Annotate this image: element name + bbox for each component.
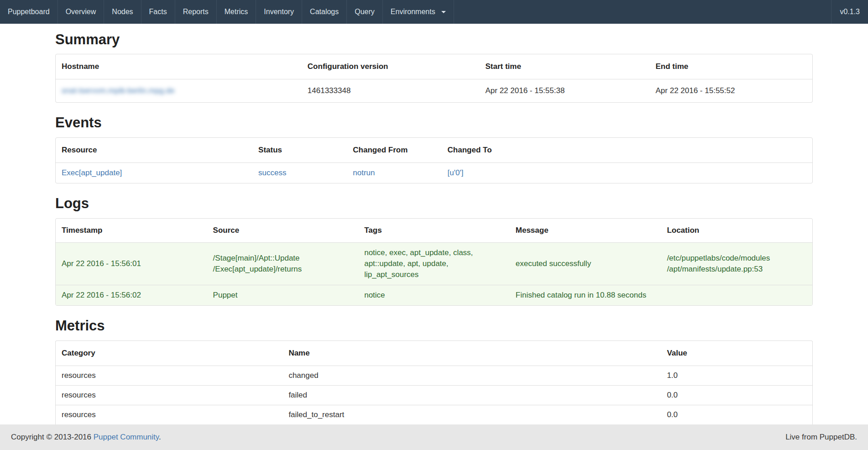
report-page: Summary Hostname Configuration version S… bbox=[0, 31, 868, 429]
logs-heading: Logs bbox=[55, 195, 813, 212]
metrics-header-row: Category Name Value bbox=[56, 341, 812, 366]
metric-name: changed bbox=[282, 366, 661, 386]
caret-down-icon bbox=[441, 11, 446, 13]
events-col-changed-to: Changed To bbox=[442, 138, 812, 163]
end-time-value: Apr 22 2016 - 15:55:52 bbox=[650, 79, 812, 103]
hostname-link-redacted[interactable]: snat-tservvm.mpib-berlin.mpg.de bbox=[62, 86, 175, 95]
app-version-badge: v0.1.3 bbox=[831, 0, 868, 24]
log-tags: notice bbox=[358, 285, 510, 306]
summary-col-end-time: End time bbox=[650, 54, 812, 79]
logs-table: Timestamp Source Tags Message Location A… bbox=[56, 219, 812, 305]
metric-value: 0.0 bbox=[661, 405, 812, 425]
event-row: Exec[apt_update] success notrun [u'0'] bbox=[56, 163, 812, 183]
logs-col-tags: Tags bbox=[358, 219, 510, 243]
events-heading: Events bbox=[55, 115, 813, 131]
events-table-frame: Resource Status Changed From Changed To … bbox=[55, 137, 813, 183]
log-source: /Stage[main]/Apt::Update /Exec[apt_updat… bbox=[207, 243, 359, 285]
summary-col-config-version: Configuration version bbox=[302, 54, 480, 79]
events-header-row: Resource Status Changed From Changed To bbox=[56, 138, 812, 163]
logs-col-location: Location bbox=[661, 219, 812, 243]
metrics-table-frame: Category Name Value resources changed 1.… bbox=[55, 340, 813, 429]
summary-table-frame: Hostname Configuration version Start tim… bbox=[55, 54, 813, 103]
puppet-community-link[interactable]: Puppet Community bbox=[94, 433, 159, 441]
footer-status-text: Live from PuppetDB. bbox=[785, 433, 857, 442]
log-location bbox=[661, 285, 812, 306]
summary-heading: Summary bbox=[55, 31, 813, 48]
log-message: executed successfully bbox=[510, 243, 661, 285]
events-col-changed-from: Changed From bbox=[347, 138, 441, 163]
metric-row: resources failed_to_restart 0.0 bbox=[56, 405, 812, 425]
nav-item-query[interactable]: Query bbox=[347, 0, 383, 24]
log-timestamp: Apr 22 2016 - 15:56:02 bbox=[56, 285, 207, 306]
summary-table: Hostname Configuration version Start tim… bbox=[56, 54, 812, 102]
environments-label: Environments bbox=[391, 8, 435, 16]
navbar-spacer bbox=[454, 0, 831, 24]
nav-item-inventory[interactable]: Inventory bbox=[256, 0, 302, 24]
config-version-value: 1461333348 bbox=[302, 79, 480, 103]
log-location: /etc/puppetlabs/code/modules /apt/manife… bbox=[661, 243, 812, 285]
logs-col-source: Source bbox=[207, 219, 359, 243]
metric-value: 0.0 bbox=[661, 386, 812, 405]
metrics-col-name: Name bbox=[282, 341, 661, 366]
events-col-resource: Resource bbox=[56, 138, 252, 163]
logs-col-message: Message bbox=[510, 219, 661, 243]
log-timestamp: Apr 22 2016 - 15:56:01 bbox=[56, 243, 207, 285]
logs-header-row: Timestamp Source Tags Message Location bbox=[56, 219, 812, 243]
metric-name: failed_to_restart bbox=[282, 405, 661, 425]
events-table: Resource Status Changed From Changed To … bbox=[56, 138, 812, 183]
log-row: Apr 22 2016 - 15:56:01 /Stage[main]/Apt:… bbox=[56, 243, 812, 285]
event-changed-to-link[interactable]: [u'0'] bbox=[448, 168, 464, 177]
logs-table-frame: Timestamp Source Tags Message Location A… bbox=[55, 218, 813, 306]
start-time-value: Apr 22 2016 - 15:55:38 bbox=[479, 79, 649, 103]
events-col-status: Status bbox=[252, 138, 347, 163]
nav-item-environments-dropdown[interactable]: Environments bbox=[383, 0, 454, 24]
log-tags: notice, exec, apt_update, class, apt::up… bbox=[358, 243, 510, 285]
nav-item-reports[interactable]: Reports bbox=[175, 0, 217, 24]
metric-category: resources bbox=[56, 386, 282, 405]
metrics-col-category: Category bbox=[56, 341, 282, 366]
event-resource-link[interactable]: Exec[apt_update] bbox=[62, 168, 122, 177]
metrics-table: Category Name Value resources changed 1.… bbox=[56, 341, 812, 424]
nav-item-facts[interactable]: Facts bbox=[141, 0, 175, 24]
log-source: Puppet bbox=[207, 285, 359, 306]
page-footer: Copyright © 2013-2016 Puppet Community. … bbox=[0, 424, 868, 450]
summary-header-row: Hostname Configuration version Start tim… bbox=[56, 54, 812, 79]
nav-item-overview[interactable]: Overview bbox=[58, 0, 105, 24]
log-message: Finished catalog run in 10.88 seconds bbox=[510, 285, 661, 306]
log-row: Apr 22 2016 - 15:56:02 Puppet notice Fin… bbox=[56, 285, 812, 306]
nav-item-nodes[interactable]: Nodes bbox=[104, 0, 141, 24]
nav-item-metrics[interactable]: Metrics bbox=[217, 0, 256, 24]
navbar-brand[interactable]: Puppetboard bbox=[0, 0, 58, 24]
footer-copyright: Copyright © 2013-2016 Puppet Community. bbox=[11, 433, 161, 442]
summary-col-start-time: Start time bbox=[479, 54, 649, 79]
top-navbar: Puppetboard Overview Nodes Facts Reports… bbox=[0, 0, 868, 24]
metrics-col-value: Value bbox=[661, 341, 812, 366]
copyright-text: Copyright © 2013-2016 bbox=[11, 433, 94, 441]
metric-value: 1.0 bbox=[661, 366, 812, 386]
metric-name: failed bbox=[282, 386, 661, 405]
metric-category: resources bbox=[56, 366, 282, 386]
metric-row: resources failed 0.0 bbox=[56, 386, 812, 405]
copyright-suffix: . bbox=[159, 433, 161, 441]
summary-row: snat-tservvm.mpib-berlin.mpg.de 14613333… bbox=[56, 79, 812, 103]
metric-category: resources bbox=[56, 405, 282, 425]
event-changed-from-link[interactable]: notrun bbox=[353, 168, 375, 177]
event-status-link[interactable]: success bbox=[258, 168, 286, 177]
summary-col-hostname: Hostname bbox=[56, 54, 302, 79]
nav-item-catalogs[interactable]: Catalogs bbox=[302, 0, 347, 24]
logs-col-timestamp: Timestamp bbox=[56, 219, 207, 243]
metrics-heading: Metrics bbox=[55, 318, 813, 334]
metric-row: resources changed 1.0 bbox=[56, 366, 812, 386]
